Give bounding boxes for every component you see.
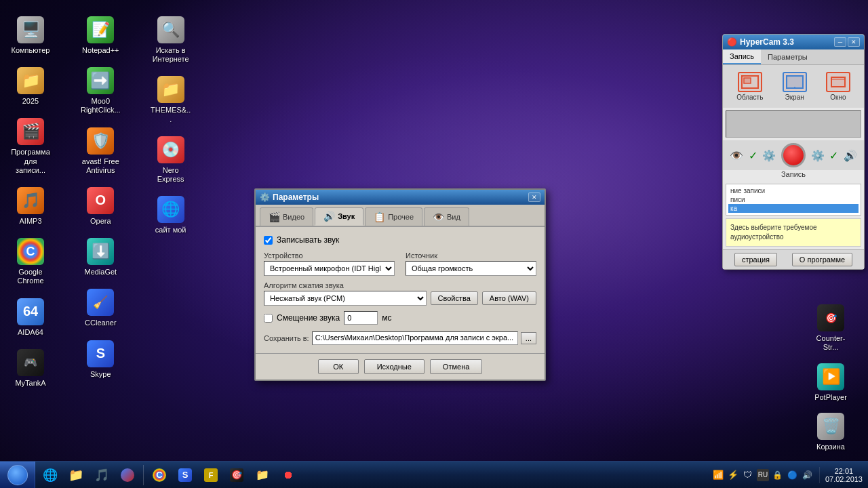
ok-button[interactable]: ОК [318,359,359,374]
desktop-icon-trash[interactable]: 🗑️ Корзина [807,410,854,454]
cam-check-icon: ✓ [749,149,757,162]
tab-video[interactable]: 🎬 Видео [260,207,313,226]
window-icon [826,72,850,92]
desktop-icon-aimp3[interactable]: 🎵 AIMP3 [7,184,54,228]
log-item-2: писи [728,195,859,204]
skype-label: Skype [90,370,111,379]
taskbar-media[interactable]: 🎵 [90,464,114,487]
desktop-icon-2025[interactable]: 📁 2025 [7,64,54,108]
moo0-icon: ➡️ [87,67,114,94]
browse-button[interactable]: ... [521,332,536,344]
offset-row: Смещение звука мс [264,311,536,325]
device-select[interactable]: Встроенный микрофон (IDT High D [264,261,395,276]
taskbar-explorer[interactable]: 📁 [64,464,88,487]
taskbar-clock[interactable]: 22:01 07.02.2013 [819,467,868,483]
taskbar-rec[interactable]: ⏺ [276,464,300,487]
tray-network[interactable]: 📶 [712,469,724,481]
defaults-button[interactable]: Исходные [364,359,425,374]
hypercam-minimize-button[interactable]: ─ [834,37,846,47]
screen-record-button[interactable]: Экран [780,69,810,104]
source-select[interactable]: Общая громкость [406,261,536,276]
desktop-icon-chrome[interactable]: C Google Chrome [7,235,54,288]
desktop-icon-ccleaner[interactable]: 🧹 CCleaner [77,286,124,330]
save-to-label: Сохранить в: [264,334,309,342]
hypercam-close-button[interactable]: ✕ [848,37,860,47]
desktop-icon-aida64[interactable]: 64 AIDA64 [7,296,54,340]
record-audio-checkbox[interactable] [264,236,273,245]
desktop-icon-notepadpp[interactable]: 📝 Notepad++ [77,14,124,58]
folder-taskbar-icon: 📁 [256,468,269,482]
taskbar-fraps[interactable]: F [199,464,223,487]
params-dialog-content: Записывать звук Устройство Встроенный ми… [256,227,545,353]
hypercam-controls: ─ ✕ [834,37,860,47]
taskbar-skype[interactable]: S [173,464,197,487]
tray-antivirus[interactable]: 🛡 [742,469,754,481]
tray-volume[interactable]: 🔊 [802,469,814,481]
screen-label: Экран [785,94,804,101]
hypercam-tabs: Запись Параметры [723,49,864,65]
audio-ctrl-icon[interactable]: ⚙️ [811,149,825,162]
desktop-icon-opera[interactable]: O Opera [77,184,124,228]
params-close-button[interactable]: ✕ [528,192,540,202]
recorder-icon: 🎬 [17,118,44,145]
offset-checkbox[interactable] [264,314,273,323]
chrome-label: Google Chrome [9,268,52,285]
codec-select[interactable]: Несжатый звук (PCM) [264,291,427,306]
tray-lock[interactable]: 🔒 [772,469,784,481]
taskbar-chrome[interactable]: C [147,464,172,487]
device-group: Устройство Встроенный микрофон (IDT High… [264,251,395,276]
tab-view[interactable]: 👁️ Вид [424,207,469,226]
hypercam-tab-params[interactable]: Параметры [761,49,814,64]
tab-other[interactable]: 📋 Прочее [365,207,422,226]
log-item-1: ние записи [728,186,859,195]
aida64-label: AIDA64 [18,328,43,337]
desktop-icon-avast[interactable]: 🛡️ avast! Free Antivirus [77,125,124,178]
explorer-icon: 📁 [69,468,83,482]
potplayer-label: PotPlayer [814,393,847,402]
desktop-icon-counter[interactable]: 🎯 Counter-Str... [807,302,854,354]
tray-ru[interactable]: RU [757,469,769,481]
desktop-icon-moo0[interactable]: ➡️ Moo0 RightClick... [77,64,124,117]
offset-input[interactable] [344,311,378,325]
tray-bluetooth[interactable]: 🔵 [787,469,799,481]
taskbar-ie[interactable]: 🌐 [38,464,62,487]
start-button[interactable] [0,462,35,489]
desktop-icon-mysite[interactable]: 🌐 сайт мой [147,193,195,237]
clock-date: 07.02.2013 [825,475,863,483]
taskbar-folder[interactable]: 📁 [250,464,275,487]
area-record-button[interactable]: Область [734,69,766,104]
desktop-icon-search[interactable]: 🔍 Искать в Интернете [147,14,195,66]
device-source-row: Устройство Встроенный микрофон (IDT High… [264,251,536,276]
desktop-icon-mytanka[interactable]: 🎮 MyTankA [7,346,54,390]
desktop-icon-skype[interactable]: S Skype [77,338,124,382]
auto-wav-button[interactable]: Авто (WAV) [482,291,536,305]
log-item-3[interactable]: ка [728,204,859,213]
browser2-icon [121,468,134,482]
window-record-button[interactable]: Окно [823,69,853,104]
desktop-icon-recorder[interactable]: 🎬 Программа для записи... [7,115,54,178]
save-path-row: Сохранить в: C:\Users\Михаил\Desktop\Про… [264,331,536,345]
themes-icon: 📁 [157,76,184,103]
desktop-icon-mediaget[interactable]: ⬇️ MediaGet [77,235,124,279]
hypercam-tab-record[interactable]: Запись [723,49,761,64]
camera-ctrl-icon[interactable]: 👁️ [730,149,743,162]
desktop-icon-computer[interactable]: 🖥️ Компьютер [7,14,54,58]
tray-power[interactable]: ⚡ [727,469,739,481]
desktop-icon-themes[interactable]: 📁 THEMES&... [147,73,195,126]
taskbar-cs[interactable]: 🎯 [224,464,249,487]
record-circle-button[interactable] [781,143,806,167]
desktop-icon-nero[interactable]: 💿 Nero Express [147,134,195,186]
tab-other-label: Прочее [388,213,414,221]
taskbar-browser2[interactable] [115,464,140,487]
aida64-icon: 64 [17,298,44,325]
registration-button[interactable]: страция [734,253,777,266]
screen-icon [783,72,807,92]
about-button[interactable]: О программе [792,253,852,266]
settings-ctrl-icon[interactable]: ⚙️ [762,149,776,162]
cancel-button[interactable]: Отмена [430,359,482,374]
chrome-icon: C [17,238,44,265]
desktop-icon-potplayer[interactable]: ▶️ PotPlayer [807,361,854,405]
properties-button[interactable]: Свойства [431,291,478,305]
counter-label: Counter-Str... [810,334,852,352]
tab-audio[interactable]: 🔊 Звук [315,207,363,226]
